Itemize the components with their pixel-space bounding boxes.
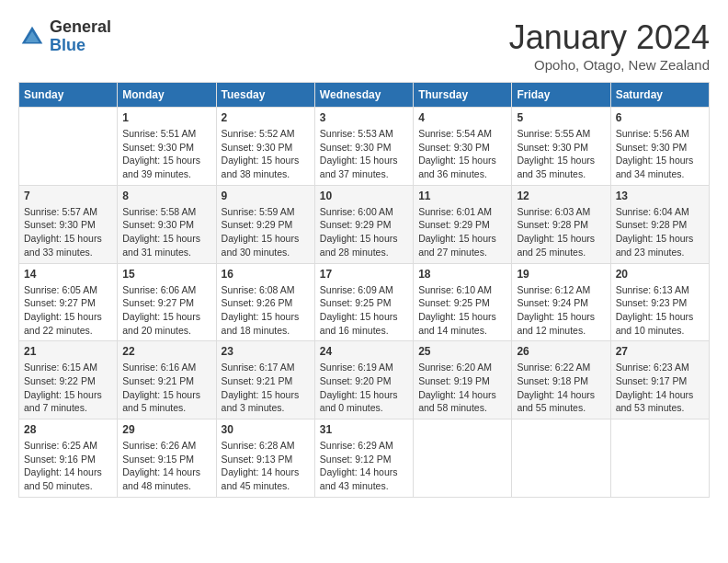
calendar-cell: 16Sunrise: 6:08 AM Sunset: 9:26 PM Dayli… (216, 263, 314, 341)
calendar-cell: 9Sunrise: 5:59 AM Sunset: 9:29 PM Daylig… (216, 185, 314, 263)
calendar-cell: 4Sunrise: 5:54 AM Sunset: 9:30 PM Daylig… (414, 108, 512, 186)
day-number: 23 (222, 345, 310, 358)
column-header-saturday: Saturday (610, 83, 709, 108)
calendar-cell: 18Sunrise: 6:10 AM Sunset: 9:25 PM Dayli… (414, 263, 512, 341)
day-info: Sunrise: 6:10 AM Sunset: 9:25 PM Dayligh… (418, 283, 506, 338)
column-header-monday: Monday (118, 83, 216, 108)
day-number: 5 (517, 111, 605, 124)
day-info: Sunrise: 6:22 AM Sunset: 9:18 PM Dayligh… (517, 361, 605, 415)
calendar-cell: 19Sunrise: 6:12 AM Sunset: 9:24 PM Dayli… (512, 263, 610, 341)
day-number: 15 (122, 268, 210, 281)
day-info: Sunrise: 6:20 AM Sunset: 9:19 PM Dayligh… (418, 361, 506, 415)
day-info: Sunrise: 5:57 AM Sunset: 9:30 PM Dayligh… (24, 205, 112, 259)
calendar-cell: 31Sunrise: 6:29 AM Sunset: 9:12 PM Dayli… (314, 419, 413, 498)
day-info: Sunrise: 6:06 AM Sunset: 9:27 PM Dayligh… (122, 283, 210, 338)
day-number: 7 (24, 190, 112, 202)
day-info: Sunrise: 5:55 AM Sunset: 9:30 PM Dayligh… (517, 127, 605, 181)
day-info: Sunrise: 5:56 AM Sunset: 9:30 PM Dayligh… (616, 127, 704, 181)
day-info: Sunrise: 6:04 AM Sunset: 9:28 PM Dayligh… (616, 205, 704, 259)
day-info: Sunrise: 6:16 AM Sunset: 9:21 PM Dayligh… (122, 361, 210, 415)
calendar-cell: 30Sunrise: 6:28 AM Sunset: 9:13 PM Dayli… (216, 419, 314, 498)
day-number: 21 (24, 345, 112, 358)
column-header-friday: Friday (512, 83, 610, 108)
day-info: Sunrise: 6:05 AM Sunset: 9:27 PM Dayligh… (24, 283, 112, 338)
calendar-cell: 17Sunrise: 6:09 AM Sunset: 9:25 PM Dayli… (314, 263, 413, 341)
calendar-cell: 5Sunrise: 5:55 AM Sunset: 9:30 PM Daylig… (512, 108, 610, 186)
day-number: 22 (122, 345, 210, 358)
calendar-week-3: 14Sunrise: 6:05 AM Sunset: 9:27 PM Dayli… (19, 263, 710, 341)
calendar-cell: 15Sunrise: 6:06 AM Sunset: 9:27 PM Dayli… (118, 263, 216, 341)
page-header: General Blue January 2024 Opoho, Otago, … (18, 18, 710, 73)
day-info: Sunrise: 5:54 AM Sunset: 9:30 PM Dayligh… (418, 127, 506, 181)
calendar-cell: 1Sunrise: 5:51 AM Sunset: 9:30 PM Daylig… (118, 108, 216, 186)
calendar-cell: 3Sunrise: 5:53 AM Sunset: 9:30 PM Daylig… (314, 108, 413, 186)
day-info: Sunrise: 5:59 AM Sunset: 9:29 PM Dayligh… (222, 205, 310, 259)
column-header-tuesday: Tuesday (216, 83, 314, 108)
day-info: Sunrise: 5:53 AM Sunset: 9:30 PM Dayligh… (320, 127, 408, 181)
calendar-cell: 2Sunrise: 5:52 AM Sunset: 9:30 PM Daylig… (216, 108, 314, 186)
calendar-cell: 27Sunrise: 6:23 AM Sunset: 9:17 PM Dayli… (610, 341, 709, 419)
day-info: Sunrise: 6:00 AM Sunset: 9:29 PM Dayligh… (320, 205, 408, 259)
logo-blue: Blue (50, 37, 111, 55)
day-info: Sunrise: 6:08 AM Sunset: 9:26 PM Dayligh… (222, 283, 310, 338)
title-block: January 2024 Opoho, Otago, New Zealand (509, 18, 710, 73)
day-info: Sunrise: 6:23 AM Sunset: 9:17 PM Dayligh… (616, 361, 704, 415)
day-info: Sunrise: 6:12 AM Sunset: 9:24 PM Dayligh… (517, 283, 605, 338)
day-number: 24 (320, 345, 408, 358)
day-number: 4 (418, 111, 506, 124)
day-number: 25 (418, 345, 506, 358)
calendar-cell: 26Sunrise: 6:22 AM Sunset: 9:18 PM Dayli… (512, 341, 610, 419)
logo-general: General (50, 18, 111, 37)
day-info: Sunrise: 6:17 AM Sunset: 9:21 PM Dayligh… (222, 361, 310, 415)
day-number: 6 (616, 111, 704, 124)
calendar-cell: 14Sunrise: 6:05 AM Sunset: 9:27 PM Dayli… (19, 263, 118, 341)
calendar-cell: 22Sunrise: 6:16 AM Sunset: 9:21 PM Dayli… (118, 341, 216, 419)
calendar-cell: 8Sunrise: 5:58 AM Sunset: 9:30 PM Daylig… (118, 185, 216, 263)
column-header-thursday: Thursday (414, 83, 512, 108)
day-info: Sunrise: 6:26 AM Sunset: 9:15 PM Dayligh… (122, 439, 210, 493)
day-number: 11 (418, 190, 506, 202)
calendar-week-5: 28Sunrise: 6:25 AM Sunset: 9:16 PM Dayli… (19, 419, 710, 498)
day-info: Sunrise: 6:03 AM Sunset: 9:28 PM Dayligh… (517, 205, 605, 259)
calendar-cell: 20Sunrise: 6:13 AM Sunset: 9:23 PM Dayli… (610, 263, 709, 341)
day-number: 31 (320, 423, 408, 436)
day-number: 20 (616, 268, 704, 281)
calendar-week-1: 1Sunrise: 5:51 AM Sunset: 9:30 PM Daylig… (19, 108, 710, 186)
day-number: 14 (24, 268, 112, 281)
day-number: 30 (222, 423, 310, 436)
day-number: 18 (418, 268, 506, 281)
calendar-week-4: 21Sunrise: 6:15 AM Sunset: 9:22 PM Dayli… (19, 341, 710, 419)
day-info: Sunrise: 6:13 AM Sunset: 9:23 PM Dayligh… (616, 283, 704, 338)
day-info: Sunrise: 6:09 AM Sunset: 9:25 PM Dayligh… (320, 283, 408, 338)
logo-text: General Blue (50, 18, 111, 55)
column-header-sunday: Sunday (19, 83, 118, 108)
calendar-cell: 25Sunrise: 6:20 AM Sunset: 9:19 PM Dayli… (414, 341, 512, 419)
day-number: 17 (320, 268, 408, 281)
day-number: 27 (616, 345, 704, 358)
location: Opoho, Otago, New Zealand (509, 57, 710, 73)
calendar-header-row: SundayMondayTuesdayWednesdayThursdayFrid… (19, 83, 710, 108)
month-title: January 2024 (509, 18, 710, 57)
day-info: Sunrise: 6:01 AM Sunset: 9:29 PM Dayligh… (418, 205, 506, 259)
calendar-cell: 13Sunrise: 6:04 AM Sunset: 9:28 PM Dayli… (610, 185, 709, 263)
calendar-cell (19, 108, 118, 186)
day-number: 26 (517, 345, 605, 358)
calendar-cell: 28Sunrise: 6:25 AM Sunset: 9:16 PM Dayli… (19, 419, 118, 498)
calendar-body: 1Sunrise: 5:51 AM Sunset: 9:30 PM Daylig… (19, 108, 710, 498)
calendar-cell: 24Sunrise: 6:19 AM Sunset: 9:20 PM Dayli… (314, 341, 413, 419)
day-info: Sunrise: 6:29 AM Sunset: 9:12 PM Dayligh… (320, 439, 408, 493)
calendar-week-2: 7Sunrise: 5:57 AM Sunset: 9:30 PM Daylig… (19, 185, 710, 263)
calendar-cell (512, 419, 610, 498)
day-info: Sunrise: 6:19 AM Sunset: 9:20 PM Dayligh… (320, 361, 408, 415)
logo-icon (18, 23, 46, 51)
calendar-cell: 11Sunrise: 6:01 AM Sunset: 9:29 PM Dayli… (414, 185, 512, 263)
day-number: 28 (24, 423, 112, 436)
day-number: 8 (122, 190, 210, 202)
day-number: 12 (517, 190, 605, 202)
day-number: 3 (320, 111, 408, 124)
calendar-cell: 21Sunrise: 6:15 AM Sunset: 9:22 PM Dayli… (19, 341, 118, 419)
day-number: 9 (222, 190, 310, 202)
day-number: 16 (222, 268, 310, 281)
day-info: Sunrise: 5:51 AM Sunset: 9:30 PM Dayligh… (122, 127, 210, 181)
calendar-cell: 12Sunrise: 6:03 AM Sunset: 9:28 PM Dayli… (512, 185, 610, 263)
